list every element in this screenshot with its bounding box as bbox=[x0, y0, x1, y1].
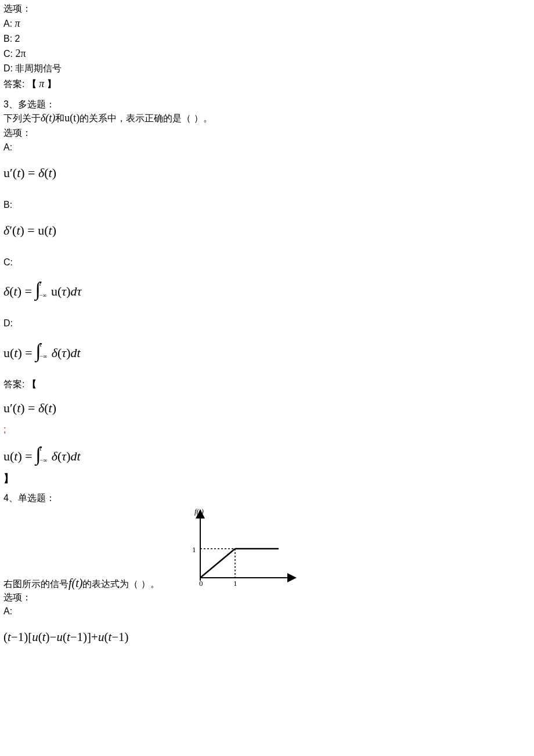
option-d-label: D: bbox=[3, 63, 13, 73]
q3-stem-post: 的关系中，表示正确的是（ ）。 bbox=[80, 113, 212, 123]
q3-answer-label: 答案: bbox=[3, 379, 24, 389]
signal-plot-icon: f(t) 0 1 1 bbox=[177, 508, 299, 589]
q3-heading: 3、多选题： bbox=[3, 98, 531, 111]
q4-plot: f(t) 0 1 1 bbox=[177, 508, 299, 593]
option-a: A: π bbox=[3, 16, 531, 31]
q3-answer-2: u(t) = ∫ t−∞ δ(τ)dt bbox=[3, 444, 531, 466]
q3-stem: 下列关于δ(t)和u(t)的关系中，表示正确的是（ ）。 bbox=[3, 111, 531, 125]
q3-answer-sep: ; bbox=[3, 423, 531, 436]
q3-option-b-formula: δ′(t) = u(t) bbox=[3, 222, 531, 240]
answer-open-bracket: 【 bbox=[27, 79, 37, 89]
option-c: C: 2π bbox=[3, 46, 531, 61]
option-d: D: 非周期信号 bbox=[3, 62, 531, 75]
options-label: 选项： bbox=[3, 2, 531, 15]
option-d-value: 非周期信号 bbox=[15, 63, 62, 73]
plot-xtick-0: 0 bbox=[199, 579, 203, 588]
q3-stem-pre: 下列关于 bbox=[3, 113, 41, 123]
svg-line-4 bbox=[200, 549, 235, 578]
q3-answer-open: 【 bbox=[27, 379, 37, 389]
q4-stem-pre: 右图所示的信号 bbox=[3, 579, 68, 589]
plot-ylabel: f(t) bbox=[194, 508, 204, 516]
q3-option-b-label: B: bbox=[3, 199, 531, 211]
q3-option-c-formula: δ(t) = ∫ t−∞ u(τ)dτ bbox=[3, 279, 531, 301]
option-b-value: 2 bbox=[15, 34, 20, 44]
answer-line: 答案: 【 π 】 bbox=[3, 77, 531, 91]
answer-value: π bbox=[39, 78, 44, 89]
q4-stem: 右图所示的信号f(t)的表达式为（ ）。 bbox=[3, 575, 160, 591]
q4-option-a-label: A: bbox=[3, 605, 531, 618]
q4-stem-post: 的表达式为（ ）。 bbox=[82, 579, 159, 589]
option-c-value: 2π bbox=[15, 48, 26, 59]
option-a-value: π bbox=[15, 17, 20, 29]
q3-stem-mid: 和 bbox=[55, 113, 64, 123]
q3-option-d-label: D: bbox=[3, 317, 531, 330]
q3-answer-line: 答案: 【 bbox=[3, 378, 531, 391]
option-a-label: A: bbox=[3, 19, 12, 28]
option-b: B: 2 bbox=[3, 33, 531, 45]
u-t: u(t) bbox=[64, 112, 80, 124]
plot-ytick-1: 1 bbox=[192, 545, 196, 554]
answer-label: 答案: bbox=[3, 79, 24, 89]
q3-answer-1: u′(t) = δ(t) bbox=[3, 399, 531, 417]
q3-option-c-label: C: bbox=[3, 256, 531, 269]
delta-t: δ(t) bbox=[41, 112, 55, 124]
option-b-label: B: bbox=[3, 34, 12, 44]
q4-heading: 4、单选题： bbox=[3, 492, 531, 505]
q3-option-a-formula: u′(t) = δ(t) bbox=[3, 164, 531, 182]
plot-xtick-1: 1 bbox=[233, 579, 237, 588]
option-c-label: C: bbox=[3, 49, 13, 59]
q3-option-d-formula: u(t) = ∫ t−∞ δ(τ)dt bbox=[3, 341, 531, 362]
q3-option-a-label: A: bbox=[3, 141, 531, 154]
q4-option-a-formula: (t−1)[u(t)−u(t−1)]+u(t−1) bbox=[3, 629, 531, 646]
q3-options-label: 选项： bbox=[3, 127, 531, 139]
q3-answer-close: 】 bbox=[3, 471, 531, 486]
q4-ft: f(t) bbox=[68, 577, 82, 589]
answer-close-bracket: 】 bbox=[47, 79, 56, 89]
